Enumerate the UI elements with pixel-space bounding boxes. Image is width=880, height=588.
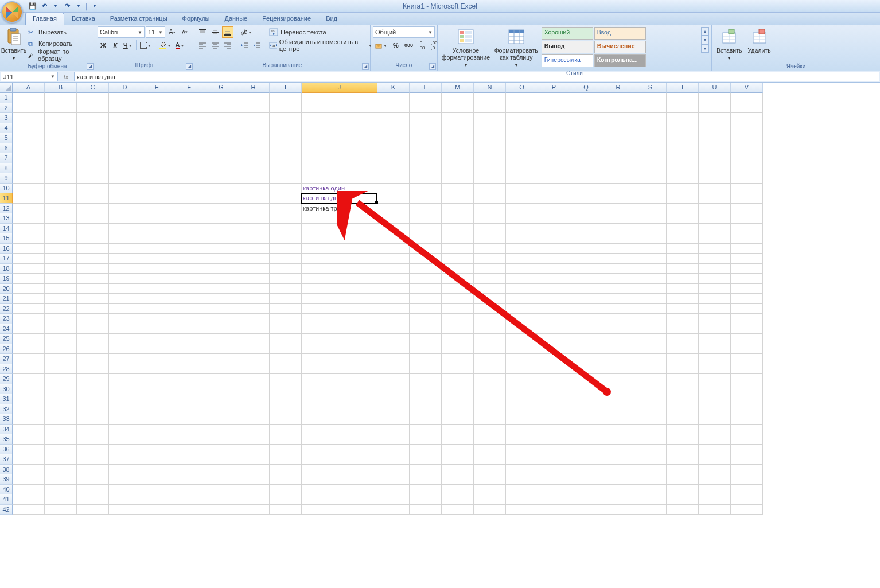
cell-P36[interactable] [538,445,570,455]
cell-B25[interactable] [45,334,77,344]
cell-O7[interactable] [506,153,538,163]
row-header-35[interactable]: 35 [0,434,13,445]
percent-button[interactable]: % [390,40,402,51]
cell-O5[interactable] [506,133,538,143]
col-header-P[interactable]: P [538,83,570,93]
cell-B28[interactable] [45,364,77,375]
cell-L30[interactable] [410,384,442,395]
cell-B41[interactable] [45,494,77,505]
cell-L34[interactable] [410,425,442,435]
cell-G39[interactable] [205,474,237,485]
cell-U41[interactable] [699,494,731,505]
cell-I19[interactable] [270,274,302,284]
row-header-29[interactable]: 29 [0,374,13,384]
cell-D16[interactable] [109,244,141,254]
cell-Q6[interactable] [570,143,602,154]
cell-K11[interactable] [377,193,410,204]
cell-R33[interactable] [602,414,634,425]
cell-U31[interactable] [699,394,731,404]
cell-H29[interactable] [237,374,270,384]
cell-C33[interactable] [77,414,109,425]
cell-J42[interactable] [302,505,377,515]
cell-U42[interactable] [699,505,731,515]
tab-разметка страницы[interactable]: Разметка страницы [103,13,175,25]
cell-V24[interactable] [731,324,763,334]
cell-Q26[interactable] [570,344,602,355]
tab-вставка[interactable]: Вставка [64,13,103,25]
cell-J19[interactable] [302,274,377,284]
cell-H26[interactable] [237,344,270,355]
cell-H36[interactable] [237,445,270,455]
cell-S24[interactable] [634,324,667,334]
cell-E39[interactable] [141,474,173,485]
cell-F20[interactable] [173,284,205,294]
cell-T35[interactable] [667,434,699,445]
cell-P42[interactable] [538,505,570,515]
cell-D42[interactable] [109,505,141,515]
cell-L40[interactable] [410,485,442,495]
cell-K6[interactable] [377,143,410,154]
cell-J20[interactable] [302,284,377,294]
cell-E37[interactable] [141,454,173,465]
cell-I24[interactable] [270,324,302,334]
cell-F24[interactable] [173,324,205,334]
row-header-21[interactable]: 21 [0,294,13,304]
cell-A33[interactable] [13,414,45,425]
cell-L13[interactable] [410,213,442,224]
cell-J25[interactable] [302,334,377,344]
cell-F29[interactable] [173,374,205,384]
row-header-6[interactable]: 6 [0,143,13,154]
cell-G2[interactable] [205,103,237,114]
cell-H2[interactable] [237,103,270,114]
cell-E35[interactable] [141,434,173,445]
cell-K31[interactable] [377,394,410,404]
cell-I4[interactable] [270,123,302,134]
cell-A18[interactable] [13,264,45,274]
cell-I16[interactable] [270,244,302,254]
cell-G41[interactable] [205,494,237,505]
cell-Q2[interactable] [570,103,602,114]
cell-F6[interactable] [173,143,205,154]
cell-H32[interactable] [237,404,270,415]
cell-A37[interactable] [13,454,45,465]
shrink-font-button[interactable]: A▾ [179,26,190,38]
cell-K33[interactable] [377,414,410,425]
cell-I29[interactable] [270,374,302,384]
cell-B36[interactable] [45,445,77,455]
cell-Q31[interactable] [570,394,602,404]
cell-O9[interactable] [506,173,538,184]
cell-U29[interactable] [699,374,731,384]
cell-O13[interactable] [506,213,538,224]
cell-P27[interactable] [538,354,570,364]
cell-G34[interactable] [205,425,237,435]
wrap-text-button[interactable]: ab Перенос текста [267,26,374,38]
cell-E17[interactable] [141,254,173,264]
cell-P39[interactable] [538,474,570,485]
cell-B40[interactable] [45,485,77,495]
cell-Q39[interactable] [570,474,602,485]
cell-D19[interactable] [109,274,141,284]
cell-B19[interactable] [45,274,77,284]
cell-C20[interactable] [77,284,109,294]
cell-Q11[interactable] [570,193,602,204]
cell-J27[interactable] [302,354,377,364]
cell-M26[interactable] [442,344,474,355]
cell-A32[interactable] [13,404,45,415]
cell-O4[interactable] [506,123,538,134]
cell-N30[interactable] [474,384,506,395]
cell-I10[interactable] [270,184,302,194]
cell-K30[interactable] [377,384,410,395]
cell-L35[interactable] [410,434,442,445]
cell-A30[interactable] [13,384,45,395]
cell-I5[interactable] [270,133,302,143]
cell-V8[interactable] [731,163,763,174]
cell-R28[interactable] [602,364,634,375]
cell-K41[interactable] [377,494,410,505]
cell-K39[interactable] [377,474,410,485]
cell-L19[interactable] [410,274,442,284]
cell-C2[interactable] [77,103,109,114]
cell-F38[interactable] [173,465,205,475]
cell-R42[interactable] [602,505,634,515]
cell-G4[interactable] [205,123,237,134]
cell-R14[interactable] [602,224,634,234]
